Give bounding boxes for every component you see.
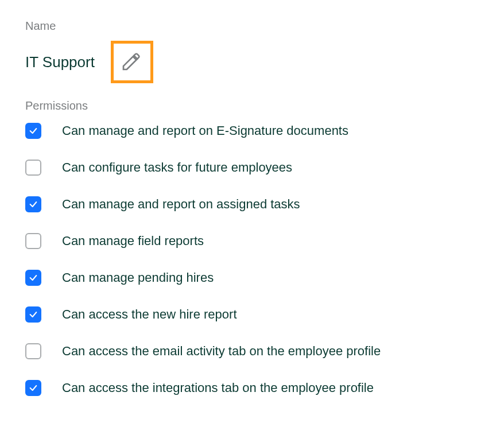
- edit-name-button[interactable]: [111, 41, 153, 83]
- permission-checkbox[interactable]: [25, 233, 41, 249]
- permission-label: Can access the new hire report: [62, 307, 237, 322]
- permission-checkbox[interactable]: [25, 306, 41, 323]
- permission-label: Can configure tasks for future employees: [62, 160, 292, 175]
- permission-label: Can access the email activity tab on the…: [62, 344, 381, 359]
- permission-checkbox[interactable]: [25, 196, 41, 212]
- name-field-label: Name: [25, 20, 479, 33]
- permission-label: Can manage and report on assigned tasks: [62, 197, 300, 212]
- permission-row: Can configure tasks for future employees: [25, 160, 479, 176]
- permission-checkbox[interactable]: [25, 380, 41, 396]
- permission-row: Can access the integrations tab on the e…: [25, 380, 479, 396]
- permission-label: Can access the integrations tab on the e…: [62, 381, 374, 395]
- permission-label: Can manage field reports: [62, 234, 204, 249]
- permission-label: Can manage pending hires: [62, 270, 214, 285]
- permission-checkbox[interactable]: [25, 270, 41, 286]
- permissions-list: Can manage and report on E-Signature doc…: [25, 123, 479, 396]
- permission-checkbox[interactable]: [25, 343, 41, 359]
- permissions-field-label: Permissions: [25, 99, 479, 112]
- name-value: IT Support: [25, 53, 95, 71]
- permission-label: Can manage and report on E-Signature doc…: [62, 123, 348, 138]
- permission-row: Can manage and report on assigned tasks: [25, 196, 479, 212]
- permission-row: Can manage pending hires: [25, 270, 479, 286]
- permission-row: Can manage field reports: [25, 233, 479, 249]
- name-row: IT Support: [25, 41, 479, 83]
- permission-checkbox[interactable]: [25, 123, 41, 139]
- permission-row: Can access the email activity tab on the…: [25, 343, 479, 359]
- permission-row: Can access the new hire report: [25, 306, 479, 323]
- pencil-icon: [121, 49, 144, 75]
- permission-checkbox[interactable]: [25, 160, 41, 176]
- permission-row: Can manage and report on E-Signature doc…: [25, 123, 479, 139]
